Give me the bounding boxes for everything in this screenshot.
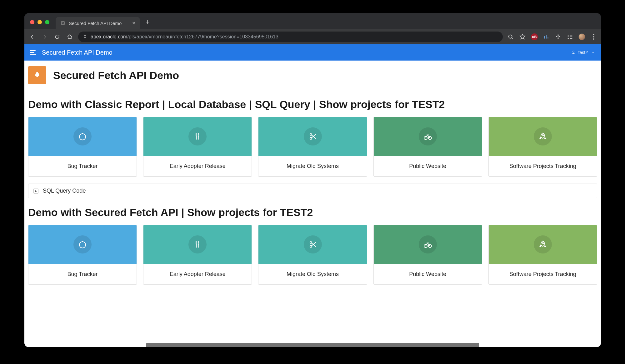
utensils-icon bbox=[188, 127, 207, 145]
app-header-title[interactable]: Secured Fetch API Demo bbox=[42, 49, 112, 56]
back-button[interactable] bbox=[28, 33, 36, 41]
app-logo-icon bbox=[28, 66, 46, 84]
browser-menu-button[interactable] bbox=[590, 33, 597, 40]
profile-avatar[interactable] bbox=[578, 33, 585, 40]
extensions-puzzle-icon[interactable] bbox=[555, 33, 562, 40]
tab-favicon bbox=[60, 20, 66, 26]
tab-title: Secured Fetch API Demo bbox=[69, 21, 129, 26]
lock-icon bbox=[82, 34, 88, 40]
card-header bbox=[143, 117, 252, 156]
browser-tab[interactable]: Secured Fetch API Demo ✕ bbox=[56, 17, 140, 29]
chevron-down-icon bbox=[590, 50, 595, 55]
card-label: Bug Tracker bbox=[28, 264, 137, 284]
app-header: Secured Fetch API Demo test2 bbox=[24, 44, 601, 61]
window-controls bbox=[28, 20, 51, 29]
reading-list-icon[interactable] bbox=[567, 33, 573, 40]
browser-toolbar: apex.oracle.com/pls/apex/vmorneau/r/fetc… bbox=[24, 29, 601, 44]
card-header bbox=[28, 225, 137, 264]
project-card[interactable]: Public Website bbox=[373, 225, 482, 285]
expand-triangle-icon: ▶ bbox=[33, 189, 38, 194]
window-close-button[interactable] bbox=[30, 20, 34, 24]
card-label: Migrate Old Systems bbox=[258, 264, 367, 284]
card-row: Bug TrackerEarly Adopter ReleaseMigrate … bbox=[28, 117, 597, 177]
tab-strip: Secured Fetch API Demo ✕ + bbox=[24, 13, 601, 29]
card-label: Software Projects Tracking bbox=[489, 156, 597, 176]
section-title: Demo with Classic Report | Local Databas… bbox=[28, 90, 597, 117]
user-name: test2 bbox=[578, 50, 588, 55]
card-header bbox=[258, 225, 367, 264]
window-minimize-button[interactable] bbox=[38, 20, 42, 24]
card-label: Software Projects Tracking bbox=[489, 264, 597, 284]
card-label: Migrate Old Systems bbox=[258, 156, 367, 176]
card-header bbox=[258, 117, 367, 156]
project-card[interactable]: Early Adopter Release bbox=[143, 225, 252, 285]
card-header bbox=[489, 225, 597, 264]
reload-button[interactable] bbox=[53, 33, 61, 41]
section-title: Demo with Secured Fetch API | Show proje… bbox=[28, 198, 597, 225]
project-card[interactable]: Early Adopter Release bbox=[143, 117, 252, 177]
card-label: Public Website bbox=[374, 264, 482, 284]
horizontal-scrollbar[interactable] bbox=[146, 343, 479, 347]
card-header bbox=[489, 117, 597, 156]
nav-menu-button[interactable] bbox=[30, 50, 36, 55]
project-card[interactable]: Software Projects Tracking bbox=[488, 117, 597, 177]
user-menu[interactable]: test2 bbox=[571, 50, 595, 55]
page-header: Secured Fetch API Demo bbox=[28, 66, 597, 90]
expander-label: SQL Query Code bbox=[43, 188, 86, 194]
sql-query-code-expander[interactable]: ▶SQL Query Code bbox=[28, 184, 597, 198]
card-header bbox=[143, 225, 252, 264]
rocket-icon bbox=[534, 235, 552, 253]
page-title: Secured Fetch API Demo bbox=[53, 69, 179, 81]
address-bar[interactable]: apex.oracle.com/pls/apex/vmorneau/r/fetc… bbox=[78, 32, 503, 42]
home-button[interactable] bbox=[66, 33, 74, 41]
extension-bars-icon[interactable] bbox=[543, 33, 550, 40]
rocket-icon bbox=[534, 127, 552, 145]
browser-window: Secured Fetch API Demo ✕ + apex.oracle.c… bbox=[24, 13, 601, 347]
project-card[interactable]: Migrate Old Systems bbox=[258, 225, 367, 285]
refresh-icon bbox=[73, 127, 92, 145]
project-card[interactable]: Software Projects Tracking bbox=[488, 225, 597, 285]
card-label: Early Adopter Release bbox=[143, 264, 252, 284]
search-icon[interactable] bbox=[507, 33, 514, 40]
card-header bbox=[374, 225, 482, 264]
refresh-icon bbox=[73, 235, 92, 253]
card-label: Public Website bbox=[374, 156, 482, 176]
card-label: Early Adopter Release bbox=[143, 156, 252, 176]
card-header bbox=[374, 117, 482, 156]
card-row: Bug TrackerEarly Adopter ReleaseMigrate … bbox=[28, 225, 597, 285]
tab-close-button[interactable]: ✕ bbox=[132, 21, 136, 25]
url-text: apex.oracle.com/pls/apex/vmorneau/r/fetc… bbox=[91, 34, 278, 40]
bicycle-icon bbox=[419, 235, 437, 253]
page-viewport: Secured Fetch API Demo test2 Secured Fet… bbox=[24, 44, 601, 347]
project-card[interactable]: Bug Tracker bbox=[28, 117, 137, 177]
scissors-icon bbox=[304, 235, 322, 253]
project-card[interactable]: Bug Tracker bbox=[28, 225, 137, 285]
window-maximize-button[interactable] bbox=[45, 20, 49, 24]
card-header bbox=[28, 117, 137, 156]
project-card[interactable]: Migrate Old Systems bbox=[258, 117, 367, 177]
scissors-icon bbox=[304, 127, 322, 145]
utensils-icon bbox=[188, 235, 207, 253]
extension-ublock-icon[interactable]: uB bbox=[531, 33, 538, 40]
card-label: Bug Tracker bbox=[28, 156, 137, 176]
new-tab-button[interactable]: + bbox=[140, 18, 150, 29]
bookmark-star-icon[interactable] bbox=[519, 33, 526, 40]
toolbar-right: uB bbox=[507, 33, 597, 40]
project-card[interactable]: Public Website bbox=[373, 117, 482, 177]
bicycle-icon bbox=[419, 127, 437, 145]
forward-button[interactable] bbox=[41, 33, 49, 41]
